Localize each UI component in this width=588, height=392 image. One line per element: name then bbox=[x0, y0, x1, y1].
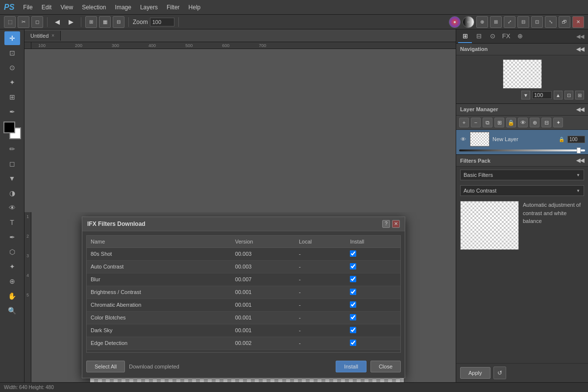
tool-eyedropper[interactable]: ✒ bbox=[4, 105, 20, 119]
doc-tab-untitled[interactable]: Untitled × bbox=[24, 31, 61, 41]
nav-fit-screen[interactable]: ⊡ bbox=[564, 91, 573, 99]
nav-zoom-up[interactable]: ▲ bbox=[554, 91, 563, 99]
menu-filter[interactable]: Filter bbox=[163, 2, 184, 13]
layer-visibility-btn[interactable]: 👁 bbox=[518, 118, 528, 127]
layer-lock-btn[interactable]: 🔒 bbox=[506, 118, 516, 127]
layer-manager-expand[interactable]: ◀◀ bbox=[576, 106, 584, 113]
filter-row-install-6[interactable] bbox=[346, 324, 400, 337]
opacity-slider-thumb[interactable] bbox=[577, 147, 581, 153]
filter-table-row[interactable]: Dark Sky 00.001 - bbox=[87, 324, 400, 337]
toolbar-btn-extra4[interactable]: ⊟ bbox=[517, 16, 529, 28]
filter-checkbox-7[interactable] bbox=[350, 340, 356, 346]
filter-checkbox-5[interactable] bbox=[350, 314, 356, 320]
toolbar-btn-extra5[interactable]: ⊡ bbox=[531, 16, 543, 28]
tool-fill[interactable]: ▼ bbox=[4, 172, 20, 185]
filter-row-install-1[interactable] bbox=[346, 260, 400, 273]
menu-file[interactable]: File bbox=[19, 2, 36, 13]
filter-table-row[interactable]: Auto Contrast 00.003 - bbox=[87, 260, 400, 273]
filter-checkbox-8[interactable] bbox=[350, 352, 356, 353]
toolbar-close[interactable]: ✕ bbox=[572, 16, 584, 28]
filter-checkbox-0[interactable] bbox=[350, 250, 356, 257]
dialog-header[interactable]: IFX Filters Download ? ✕ bbox=[82, 217, 405, 231]
layer-row-1[interactable]: 👁 New Layer 🔒 bbox=[456, 130, 588, 148]
select-all-button[interactable]: Select All bbox=[86, 361, 125, 372]
layer-merge-btn[interactable]: ⊟ bbox=[541, 118, 551, 127]
layer-delete-btn[interactable]: − bbox=[471, 118, 481, 127]
layer-link-btn[interactable]: ⊕ bbox=[530, 118, 539, 127]
tool-clone[interactable]: ⊕ bbox=[4, 274, 20, 288]
filter-table-row[interactable]: Color Blotches 00.001 - bbox=[87, 311, 400, 324]
tool-brush[interactable]: ✏ bbox=[4, 142, 20, 156]
tool-dodge[interactable]: ◑ bbox=[4, 186, 20, 200]
apply-button[interactable]: Apply bbox=[460, 367, 490, 379]
tool-hand[interactable]: ✋ bbox=[4, 289, 20, 303]
filter-row-install-2[interactable] bbox=[346, 273, 400, 286]
tool-marquee[interactable]: ⊡ bbox=[4, 46, 20, 60]
filter-row-install-7[interactable] bbox=[346, 337, 400, 349]
toolbar-color-circle[interactable]: ● bbox=[449, 16, 461, 28]
menu-view[interactable]: View bbox=[56, 2, 77, 13]
panel-tab-layers[interactable]: ⊞ bbox=[458, 29, 472, 43]
panel-tab-channels[interactable]: ⊟ bbox=[472, 29, 486, 43]
filter-table-row[interactable]: Edge Detection 00.002 - bbox=[87, 337, 400, 349]
menu-layers[interactable]: Layers bbox=[136, 2, 162, 13]
foreground-color[interactable] bbox=[3, 122, 15, 133]
zoom-input[interactable] bbox=[150, 18, 174, 26]
color-swatch[interactable] bbox=[3, 122, 21, 139]
dialog-close-btn[interactable]: ✕ bbox=[392, 220, 400, 228]
install-button[interactable]: Install bbox=[336, 361, 367, 372]
panel-tab-history[interactable]: ⊙ bbox=[486, 29, 499, 43]
toolbar-btn-2[interactable]: ✂ bbox=[18, 16, 29, 28]
toolbar-bw-circle[interactable]: ○ bbox=[463, 16, 474, 28]
tool-zoom[interactable]: 🔍 bbox=[4, 304, 20, 318]
layer-eye-btn[interactable]: 👁 bbox=[459, 135, 467, 143]
tool-eye[interactable]: 👁 bbox=[4, 201, 20, 215]
dialog-help-btn[interactable]: ? bbox=[382, 220, 390, 228]
filter-table-row[interactable]: 80s Shot 00.003 - bbox=[87, 247, 400, 260]
doc-tab-close[interactable]: × bbox=[51, 33, 54, 38]
filter-row-install-0[interactable] bbox=[346, 247, 400, 260]
nav-zoom-input[interactable] bbox=[532, 91, 552, 99]
menu-help[interactable]: Help bbox=[185, 2, 205, 13]
layer-opacity-input[interactable] bbox=[567, 136, 585, 143]
panel-tab-extra[interactable]: ⊕ bbox=[513, 29, 527, 43]
filter-checkbox-3[interactable] bbox=[350, 289, 356, 295]
tool-pen[interactable]: ✒ bbox=[4, 230, 20, 244]
filters-pack-expand[interactable]: ◀◀ bbox=[576, 157, 584, 164]
filter-row-install-5[interactable] bbox=[346, 311, 400, 324]
auto-contrast-select[interactable]: Auto Contrast bbox=[460, 185, 584, 196]
tool-magic-wand[interactable]: ✦ bbox=[4, 75, 20, 89]
tool-text[interactable]: T bbox=[4, 216, 20, 229]
toolbar-btn-extra3[interactable]: ⤢ bbox=[504, 16, 515, 28]
filter-row-install-8[interactable] bbox=[346, 349, 400, 353]
close-button[interactable]: Close bbox=[370, 361, 401, 372]
toolbar-maximize[interactable]: ⤡ bbox=[545, 16, 557, 28]
basic-filters-select[interactable]: Basic Filters bbox=[460, 170, 584, 180]
layer-duplicate-btn[interactable]: ⧉ bbox=[483, 118, 492, 127]
navigation-expand[interactable]: ◀◀ bbox=[576, 46, 584, 52]
toolbar-nav-back[interactable]: ▶ bbox=[65, 16, 77, 28]
toolbar-view2[interactable]: ⊟ bbox=[113, 16, 124, 28]
toolbar-btn-extra2[interactable]: ⊞ bbox=[490, 16, 502, 28]
panel-tab-fx[interactable]: FX bbox=[499, 29, 513, 43]
menu-edit[interactable]: Edit bbox=[38, 2, 56, 13]
tool-eraser[interactable]: ◻ bbox=[4, 157, 20, 171]
layer-fx-btn[interactable]: ✦ bbox=[553, 118, 563, 127]
tool-lasso[interactable]: ⊙ bbox=[4, 61, 20, 74]
filter-table-row[interactable]: Chromatic Aberration 00.001 - bbox=[87, 298, 400, 311]
layer-group-btn[interactable]: ⊞ bbox=[494, 118, 504, 127]
filter-checkbox-1[interactable] bbox=[350, 263, 356, 270]
toolbar-restore[interactable]: 🗗 bbox=[559, 16, 570, 28]
layer-add-btn[interactable]: + bbox=[459, 118, 469, 127]
nav-zoom-down[interactable]: ▼ bbox=[521, 91, 530, 99]
tool-shape[interactable]: ⬡ bbox=[4, 245, 20, 259]
toolbar-btn-extra1[interactable]: ⊕ bbox=[476, 16, 488, 28]
filter-table-row[interactable]: Emboss 00.002 - bbox=[87, 349, 400, 353]
filter-row-install-3[interactable] bbox=[346, 286, 400, 298]
toolbar-view1[interactable]: ▦ bbox=[99, 16, 111, 28]
tool-crop[interactable]: ⊞ bbox=[4, 90, 20, 104]
filter-table-row[interactable]: Blur 00.007 - bbox=[87, 273, 400, 286]
opacity-slider[interactable] bbox=[459, 149, 585, 151]
panel-expand-btn[interactable]: ◀◀ bbox=[574, 31, 586, 42]
canvas-content[interactable]: IFX Filters Download ? ✕ bbox=[31, 212, 456, 382]
